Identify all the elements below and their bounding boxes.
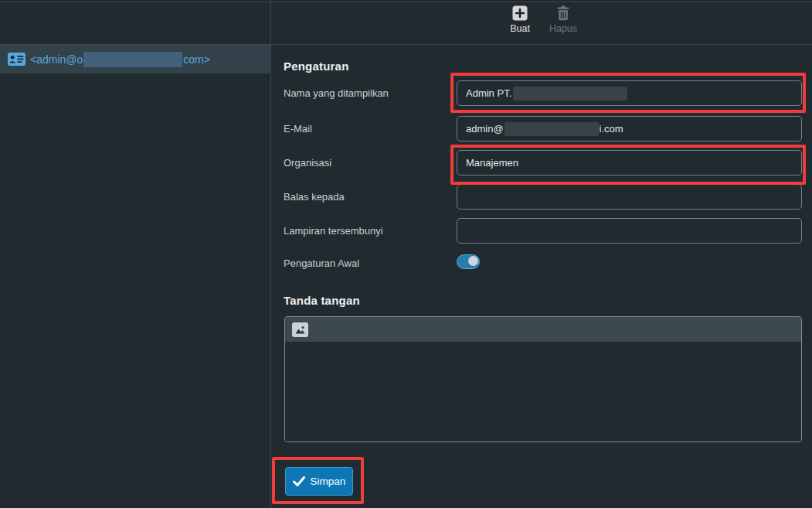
bcc-input[interactable] xyxy=(457,218,802,244)
reply-to-label: Balas kepada xyxy=(284,184,450,210)
redaction-block xyxy=(505,122,599,136)
identity-email-text: <admin@ocom> xyxy=(30,52,210,67)
check-icon xyxy=(293,476,305,486)
organization-input[interactable] xyxy=(457,150,802,176)
signature-section-title: Tanda tangan xyxy=(284,294,360,307)
signature-editor xyxy=(284,316,802,442)
signature-toolbar xyxy=(285,317,801,342)
identities-settings-window: <admin@ocom> Buat Hapus Pengaturan Nama … xyxy=(0,0,812,508)
display-name-label: Nama yang ditampilkan xyxy=(284,80,450,106)
display-name-input[interactable]: Admin PT. xyxy=(457,80,802,106)
identity-email-suffix: com> xyxy=(183,53,210,66)
organization-label: Organisasi xyxy=(284,150,450,176)
redaction-block xyxy=(513,87,627,101)
insert-image-button[interactable] xyxy=(292,322,308,337)
identity-email-prefix: <admin@o xyxy=(30,53,83,66)
signature-text-area[interactable] xyxy=(285,342,801,442)
email-value-prefix: admin@ xyxy=(466,123,504,135)
redaction-block xyxy=(83,52,182,67)
save-button-label: Simpan xyxy=(311,476,346,487)
save-button[interactable]: Simpan xyxy=(285,467,353,496)
identity-list-item[interactable]: <admin@ocom> xyxy=(0,45,270,73)
display-name-value-prefix: Admin PT. xyxy=(466,87,511,99)
settings-section-title: Pengaturan xyxy=(284,60,349,73)
vcard-icon xyxy=(8,53,25,66)
email-value-suffix: i.com xyxy=(600,123,623,135)
default-identity-label: Pengaturan Awal xyxy=(284,251,450,276)
default-identity-toggle[interactable] xyxy=(457,254,480,269)
identity-form-panel: Pengaturan Nama yang ditampilkan Admin P… xyxy=(271,0,812,508)
reply-to-input[interactable] xyxy=(457,184,802,210)
email-label: E-Mail xyxy=(284,116,450,141)
bcc-label: Lampiran tersembunyi xyxy=(284,218,450,244)
image-icon xyxy=(294,325,306,335)
identities-sidebar: <admin@ocom> xyxy=(0,0,270,508)
toggle-knob xyxy=(468,256,478,266)
email-input[interactable]: admin@i.com xyxy=(457,116,802,141)
